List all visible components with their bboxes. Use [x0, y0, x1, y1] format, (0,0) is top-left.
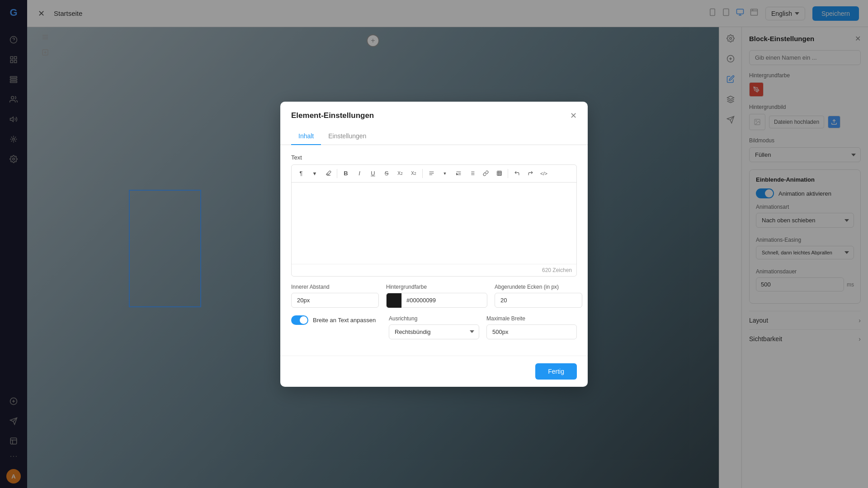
background-color-group: Hintergrundfarbe: [386, 284, 487, 308]
max-width-group: Maximale Breite: [486, 315, 577, 339]
toolbar-align-dropdown-btn[interactable]: ▼: [439, 168, 451, 179]
alignment-select[interactable]: Linksbündig Zentriert Rechtsbündig: [389, 324, 479, 339]
rounded-corners-input[interactable]: [495, 293, 582, 308]
modal-footer: Fertig: [280, 356, 588, 387]
form-row-2: Breite an Text anpassen Ausrichtung Link…: [291, 315, 577, 339]
inner-padding-input[interactable]: [291, 293, 379, 308]
modal-body: Text ¶ ▼ B I U S X2 X2: [280, 145, 588, 356]
toolbar-sep-2: [422, 169, 423, 178]
width-toggle-label: Breite an Text anpassen: [313, 317, 376, 324]
background-color-modal-label: Hintergrundfarbe: [386, 284, 487, 290]
text-editor-area[interactable]: [292, 183, 576, 264]
toolbar-superscript-btn[interactable]: X2: [394, 168, 406, 179]
element-settings-modal: Element-Einstellungen ✕ Inhalt Einstellu…: [280, 102, 588, 387]
toolbar-subscript-btn[interactable]: X2: [408, 168, 420, 179]
width-toggle[interactable]: [291, 315, 308, 325]
tab-einstellungen[interactable]: Einstellungen: [321, 128, 373, 145]
alignment-label: Ausrichtung: [389, 315, 479, 322]
toolbar-list-btn[interactable]: [466, 168, 478, 179]
toolbar-undo-btn[interactable]: [511, 168, 523, 179]
max-width-input[interactable]: [486, 324, 577, 339]
inner-padding-group: Innerer Abstand: [291, 284, 379, 308]
toolbar-style-btn[interactable]: ▼: [309, 168, 321, 179]
toolbar-underline-btn[interactable]: U: [367, 168, 379, 179]
width-toggle-group: Breite an Text anpassen: [291, 315, 382, 339]
toolbar-italic-btn[interactable]: I: [354, 168, 365, 179]
color-swatch[interactable]: [386, 293, 401, 308]
toolbar-code-btn[interactable]: </>: [538, 168, 550, 179]
toolbar-redo-btn[interactable]: [524, 168, 536, 179]
alignment-group: Ausrichtung Linksbündig Zentriert Rechts…: [389, 315, 479, 339]
svg-rect-56: [497, 171, 501, 176]
toolbar-sep-1: [337, 169, 337, 178]
toolbar-bold-btn[interactable]: B: [340, 168, 352, 179]
form-row-1: Innerer Abstand Hintergrundfarbe Abgerun…: [291, 284, 577, 308]
toolbar-paragraph-btn[interactable]: ¶: [295, 168, 307, 179]
rounded-corners-group: Abgerundete Ecken (in px): [495, 284, 582, 308]
text-editor: ¶ ▼ B I U S X2 X2 ▼: [291, 164, 577, 277]
text-label: Text: [291, 154, 577, 161]
color-text-input[interactable]: [401, 293, 487, 308]
modal-close-button[interactable]: ✕: [570, 111, 577, 121]
modal-title: Element-Einstellungen: [291, 111, 374, 120]
tab-inhalt[interactable]: Inhalt: [291, 128, 321, 145]
editor-toolbar: ¶ ▼ B I U S X2 X2 ▼: [292, 165, 576, 183]
max-width-label: Maximale Breite: [486, 315, 577, 322]
char-count: 620 Zeichen: [292, 264, 576, 276]
modal-tabs: Inhalt Einstellungen: [280, 128, 588, 145]
modal-header: Element-Einstellungen ✕: [280, 102, 588, 121]
toolbar-indent-btn[interactable]: [453, 168, 464, 179]
toolbar-align-btn[interactable]: [425, 168, 437, 179]
toolbar-strikethrough-btn[interactable]: S: [381, 168, 392, 179]
width-toggle-row: Breite an Text anpassen: [291, 315, 382, 325]
toolbar-link-btn[interactable]: [480, 168, 491, 179]
toolbar-eraser-btn[interactable]: [322, 168, 334, 179]
inner-padding-label: Innerer Abstand: [291, 284, 379, 290]
toolbar-table-btn[interactable]: [493, 168, 505, 179]
done-button[interactable]: Fertig: [535, 363, 577, 380]
toolbar-sep-3: [508, 169, 508, 178]
rounded-corners-label: Abgerundete Ecken (in px): [495, 284, 582, 290]
color-input-row: [386, 293, 487, 308]
modal-overlay: Element-Einstellungen ✕ Inhalt Einstellu…: [0, 0, 868, 488]
